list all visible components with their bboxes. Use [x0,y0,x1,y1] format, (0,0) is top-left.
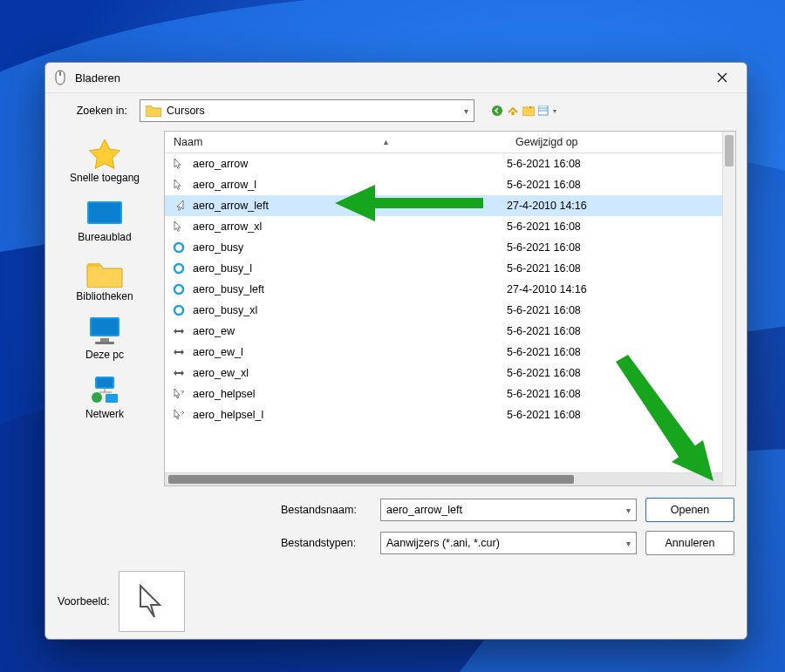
file-name: aero_helpsel [189,388,507,400]
file-icon [168,179,189,191]
list-header[interactable]: Naam ▲ Gewijzigd op [165,132,735,153]
file-name: aero_ew_l [189,346,507,358]
place-quick-access[interactable]: Snelle toegang [49,134,160,188]
file-row[interactable]: ?aero_helpsel5-6-2021 16:08 [165,384,735,404]
svg-rect-4 [522,107,535,116]
cancel-button[interactable]: Annuleren [645,531,734,555]
file-date: 5-6-2021 16:08 [507,346,735,358]
lookin-dropdown[interactable]: Cursors ▾ [140,99,474,122]
chevron-down-icon: ▾ [626,506,631,515]
place-label: Bureaublad [78,232,131,244]
file-row[interactable]: aero_busy_left27-4-2010 14:16 [165,279,735,300]
filename-value: aero_arrow_left [386,504,621,516]
file-icon [168,283,189,295]
filetype-combobox[interactable]: Aanwijzers (*.ani, *.cur) ▾ [380,532,637,554]
column-name-label: Naam [174,136,202,148]
svg-rect-15 [97,378,113,387]
libraries-icon [85,256,125,289]
titlebar: Bladeren [45,63,747,93]
mouse-app-icon [52,70,68,85]
close-button[interactable] [705,65,740,90]
file-icon [168,304,189,316]
file-date: 5-6-2021 16:08 [507,179,735,191]
file-row[interactable]: aero_ew5-6-2021 16:08 [165,321,735,342]
new-folder-icon[interactable] [522,104,536,118]
chevron-down-icon: ▾ [464,106,468,116]
view-options-dropdown-icon[interactable]: ▾ [553,107,556,115]
column-date-header[interactable]: Gewijzigd op [512,136,735,148]
svg-text:?: ? [181,411,184,417]
file-date: 27-4-2010 14:16 [507,283,735,295]
lookin-bar: Zoeken in: Cursors ▾ ▾ [45,93,747,128]
svg-rect-1 [59,71,61,76]
file-icon [168,262,189,275]
view-options-icon[interactable] [537,104,551,118]
file-date: 5-6-2021 16:08 [507,304,735,316]
bottom-form: Bestandsnaam: aero_arrow_left ▾ Openen B… [159,490,747,563]
browse-dialog: Bladeren Zoeken in: Cursors ▾ ▾ Snelle t [44,62,747,640]
place-libraries[interactable]: Bibliotheken [49,253,160,307]
file-row[interactable]: aero_busy_l5-6-2021 16:08 [165,258,735,279]
file-name: aero_ew [189,325,507,337]
file-name: aero_arrow_left [189,200,507,212]
sort-indicator-icon: ▲ [382,138,390,146]
vertical-scrollbar[interactable] [722,132,735,485]
file-date: 5-6-2021 16:08 [507,409,735,421]
up-one-level-icon[interactable] [506,104,520,118]
file-name: aero_busy_l [189,262,507,275]
file-date: 5-6-2021 16:08 [507,221,735,233]
file-row[interactable]: aero_busy5-6-2021 16:08 [165,237,735,258]
column-name-header[interactable]: Naam ▲ [165,136,512,148]
file-date: 5-6-2021 16:08 [507,367,735,379]
horizontal-scrollbar[interactable] [165,472,723,485]
file-row[interactable]: aero_ew_l5-6-2021 16:08 [165,342,735,363]
star-icon [85,138,125,171]
svg-point-21 [174,306,183,315]
file-name: aero_arrow_l [189,179,507,191]
file-icon [168,325,189,337]
folder-icon [146,105,161,117]
place-this-pc[interactable]: Deze pc [49,311,160,365]
filetype-label: Bestandstypen: [281,537,372,549]
lookin-toolbar: ▾ [490,104,556,118]
svg-point-19 [174,264,183,273]
file-row[interactable]: ?aero_helpsel_l5-6-2021 16:08 [165,404,735,425]
file-icon [168,346,189,358]
network-icon [85,374,125,407]
cursor-preview-icon [137,584,167,619]
file-row[interactable]: aero_arrow_l5-6-2021 16:08 [165,174,735,195]
file-date: 5-6-2021 16:08 [507,158,735,170]
file-row[interactable]: aero_arrow_xl5-6-2021 16:08 [165,216,735,237]
svg-rect-12 [100,338,109,342]
file-row[interactable]: aero_arrow_left27-4-2010 14:16 [165,195,735,216]
go-back-icon[interactable] [490,104,504,118]
svg-rect-11 [92,319,118,335]
svg-text:?: ? [181,390,184,396]
window-title: Bladeren [75,71,705,85]
cancel-button-label: Annuleren [666,537,715,549]
file-name: aero_busy_left [189,283,507,295]
file-row[interactable]: aero_ew_xl5-6-2021 16:08 [165,363,735,384]
place-desktop[interactable]: Bureaublad [49,193,160,248]
scrollbar-thumb[interactable] [725,135,734,166]
file-icon [168,221,189,233]
chevron-down-icon: ▾ [626,539,631,548]
place-label: Netwerk [85,409,124,421]
file-list-body[interactable]: aero_arrow5-6-2021 16:08aero_arrow_l5-6-… [165,153,735,472]
file-name: aero_arrow_xl [189,221,507,233]
preview-label: Voorbeeld: [58,595,110,608]
file-row[interactable]: aero_arrow5-6-2021 16:08 [165,153,735,174]
file-name: aero_ew_xl [189,367,507,379]
filename-combobox[interactable]: aero_arrow_left ▾ [380,499,637,521]
svg-point-16 [92,392,102,403]
file-row[interactable]: aero_busy_xl5-6-2021 16:08 [165,300,735,321]
filetype-value: Aanwijzers (*.ani, *.cur) [386,537,621,549]
place-network[interactable]: Netwerk [49,370,160,424]
places-sidebar: Snelle toegang Bureaublad Bibliotheken D… [45,129,164,563]
open-button-label: Openen [671,504,709,516]
scrollbar-thumb[interactable] [168,475,574,484]
file-icon [168,158,189,170]
file-date: 5-6-2021 16:08 [507,262,735,275]
svg-rect-9 [89,203,120,222]
open-button[interactable]: Openen [645,498,734,522]
